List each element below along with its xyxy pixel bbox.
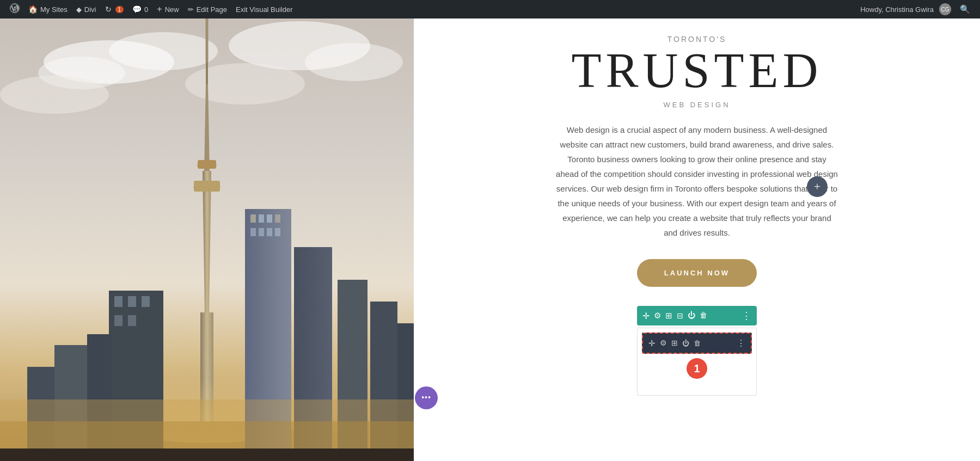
svg-rect-31: [128, 296, 136, 307]
svg-rect-43: [0, 448, 414, 461]
comments-menu[interactable]: 💬 0: [128, 0, 152, 19]
vb-settings-icon[interactable]: ⚙: [654, 311, 661, 321]
hero-image-panel: •••: [0, 19, 414, 461]
vb-inner-move-icon[interactable]: ✛: [648, 339, 656, 348]
edit-page-link[interactable]: ✏ Edit Page: [183, 0, 231, 19]
hero-section-label: WEB DESIGN: [663, 101, 730, 109]
vb-inner-power-icon[interactable]: ⏻: [682, 339, 689, 348]
vb-inner-more-icon[interactable]: ⋮: [737, 338, 745, 348]
svg-rect-30: [114, 296, 122, 307]
comments-icon: 💬: [132, 5, 142, 14]
vb-more-icon[interactable]: ⋮: [742, 310, 751, 322]
vb-power-icon[interactable]: ⏻: [688, 311, 695, 320]
vb-inner-toolbar: ✛ ⚙ ⊞ ⏻ 🗑 ⋮: [642, 333, 752, 354]
svg-rect-27: [275, 228, 280, 236]
edit-page-label: Edit Page: [197, 5, 227, 14]
howdy-label: Howdy, Christina Gwira: [860, 5, 934, 14]
vb-inner-container: ✛ ⚙ ⊞ ⏻ 🗑 ⋮ 1: [637, 328, 757, 396]
edit-icon: ✏: [188, 5, 194, 14]
svg-rect-23: [275, 214, 280, 223]
vb-section: ✛ ⚙ ⊞ ⊟ ⏻ 🗑 ⋮ ✛ ⚙ ⊞ ⏻ 🗑 ⋮ 1: [446, 306, 947, 396]
launch-now-button[interactable]: LAUNCH NOW: [637, 259, 757, 287]
svg-point-7: [0, 76, 109, 114]
svg-rect-13: [194, 181, 220, 192]
divi-menu[interactable]: ◆ Divi: [72, 0, 101, 19]
my-sites-icon: 🏠: [28, 5, 38, 14]
admin-bar: 🏠 My Sites ◆ Divi ↻ 1 💬 0 + New ✏ Edit P…: [0, 0, 980, 19]
new-content-menu[interactable]: + New: [152, 0, 183, 19]
updates-icon: ↻: [105, 5, 112, 14]
svg-point-8: [185, 63, 305, 105]
plus-icon: +: [814, 180, 820, 194]
new-label: New: [165, 5, 179, 14]
page-content: ••• TORONTO'S TRUSTED WEB DESIGN Web des…: [0, 19, 980, 461]
new-icon: +: [157, 4, 162, 14]
svg-rect-32: [142, 296, 150, 307]
module-number-badge: 1: [687, 358, 707, 379]
vb-inner-clone-icon[interactable]: ⊞: [671, 339, 678, 348]
svg-rect-15: [198, 160, 216, 169]
svg-rect-33: [114, 315, 122, 326]
hero-content-panel: TORONTO'S TRUSTED WEB DESIGN Web design …: [414, 19, 980, 461]
svg-rect-21: [259, 214, 264, 223]
add-module-button[interactable]: +: [807, 176, 828, 197]
svg-rect-24: [250, 228, 256, 236]
wp-icon: [10, 3, 20, 16]
my-sites-label: My Sites: [40, 5, 68, 14]
svg-rect-26: [267, 228, 272, 236]
wp-logo[interactable]: [5, 0, 24, 19]
exit-vb-label: Exit Visual Builder: [236, 5, 293, 14]
search-button[interactable]: 🔍: [955, 0, 975, 19]
my-sites-menu[interactable]: 🏠 My Sites: [24, 0, 72, 19]
vb-move-icon[interactable]: ✛: [642, 311, 650, 321]
svg-point-3: [109, 32, 218, 70]
vb-inner-delete-icon[interactable]: 🗑: [694, 339, 701, 348]
vb-delete-icon[interactable]: 🗑: [700, 311, 707, 320]
divi-icon: ◆: [76, 5, 82, 14]
comments-count: 0: [144, 5, 148, 14]
adminbar-right: Howdy, Christina Gwira CG 🔍: [856, 0, 975, 19]
user-avatar: CG: [939, 3, 951, 15]
svg-rect-20: [250, 214, 256, 223]
hero-title: TRUSTED: [572, 46, 823, 95]
svg-rect-25: [259, 228, 264, 236]
howdy-menu[interactable]: Howdy, Christina Gwira CG: [856, 0, 955, 19]
divi-label: Divi: [84, 5, 96, 14]
vb-outer-toolbar: ✛ ⚙ ⊞ ⊟ ⏻ 🗑 ⋮: [637, 306, 757, 325]
floating-options-button[interactable]: •••: [415, 386, 438, 409]
svg-point-6: [305, 43, 403, 81]
search-icon: 🔍: [960, 4, 970, 14]
vb-inner-settings-icon[interactable]: ⚙: [660, 339, 667, 348]
svg-rect-34: [128, 315, 136, 326]
exit-vb-link[interactable]: Exit Visual Builder: [231, 0, 297, 19]
svg-rect-22: [267, 214, 272, 223]
updates-badge: 1: [115, 6, 124, 13]
hero-description: Web design is a crucial aspect of any mo…: [555, 122, 838, 240]
hero-subtitle: TORONTO'S: [667, 35, 727, 44]
floating-dots-icon: •••: [421, 394, 431, 402]
updates-menu[interactable]: ↻ 1: [101, 0, 128, 19]
vb-clone-icon[interactable]: ⊞: [665, 311, 672, 321]
vb-table-icon[interactable]: ⊟: [677, 311, 683, 321]
